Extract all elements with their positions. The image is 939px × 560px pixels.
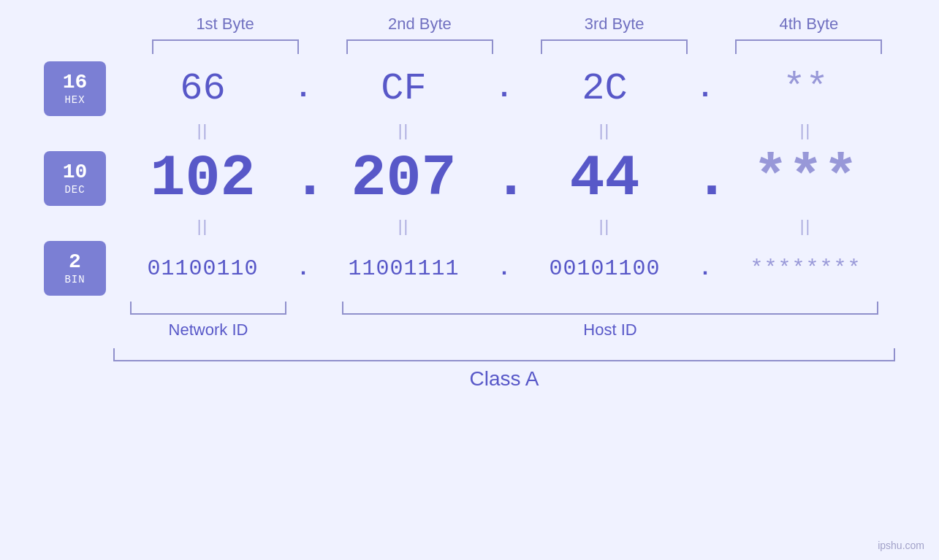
dec-byte1: 102 <box>150 145 255 212</box>
eq1-b1: || <box>197 121 208 140</box>
dec-badge-label: DEC <box>64 184 85 196</box>
byte4-header: 4th Byte <box>780 15 839 34</box>
bin-byte4: ******** <box>750 256 861 281</box>
hex-dot1: . <box>292 72 314 105</box>
byte2-header: 2nd Byte <box>388 15 452 34</box>
byte2-bracket-top <box>346 39 493 54</box>
host-id-bracket <box>342 302 878 315</box>
dec-byte2: 207 <box>351 145 456 212</box>
eq1-b4: || <box>800 121 811 140</box>
equals-row-2: || || || || <box>44 212 895 241</box>
class-section: Class A <box>44 348 895 391</box>
bin-dot1: . <box>292 256 314 281</box>
dec-byte3: 44 <box>569 145 639 212</box>
dec-dot2: . <box>493 164 515 193</box>
hex-byte2: CF <box>381 67 426 110</box>
hex-byte4: ** <box>783 67 828 110</box>
bin-byte2: 11001111 <box>348 256 459 281</box>
watermark: ipshu.com <box>878 540 924 551</box>
bin-dot2: . <box>493 256 515 281</box>
hex-badge-number: 16 <box>63 72 88 94</box>
hex-badge-label: HEX <box>64 94 85 106</box>
eq2-b2: || <box>398 217 409 236</box>
byte1-header: 1st Byte <box>196 15 254 34</box>
dec-dot3: . <box>694 164 716 193</box>
eq2-b1: || <box>197 217 208 236</box>
hex-byte1: 66 <box>180 67 225 110</box>
equals-row-1: || || || || <box>44 116 895 145</box>
hex-byte3: 2C <box>582 67 627 110</box>
network-id-label: Network ID <box>169 321 248 340</box>
dec-dot1: . <box>292 164 314 193</box>
eq2-b3: || <box>599 217 610 236</box>
dec-badge-number: 10 <box>63 161 88 184</box>
bin-badge-number: 2 <box>69 251 81 274</box>
class-label: Class A <box>113 367 895 391</box>
dec-byte4: *** <box>753 145 858 212</box>
class-bracket <box>113 348 895 361</box>
byte3-header: 3rd Byte <box>585 15 645 34</box>
bin-dot3: . <box>694 256 716 281</box>
eq2-b4: || <box>800 217 811 236</box>
byte4-bracket-top <box>735 39 882 54</box>
bin-byte1: 01100110 <box>147 256 258 281</box>
bin-badge-label: BIN <box>64 274 85 285</box>
byte3-bracket-top <box>541 39 688 54</box>
dec-badge: 10 DEC <box>44 151 106 206</box>
eq1-b2: || <box>398 121 409 140</box>
host-id-label: Host ID <box>583 321 636 340</box>
hex-dot3: . <box>694 72 716 105</box>
byte1-bracket-top <box>152 39 299 54</box>
hex-badge: 16 HEX <box>44 61 106 116</box>
bin-byte3: 00101100 <box>549 256 660 281</box>
eq1-b3: || <box>599 121 610 140</box>
hex-dot2: . <box>493 72 515 105</box>
network-id-bracket <box>130 302 286 315</box>
bin-badge: 2 BIN <box>44 241 106 296</box>
